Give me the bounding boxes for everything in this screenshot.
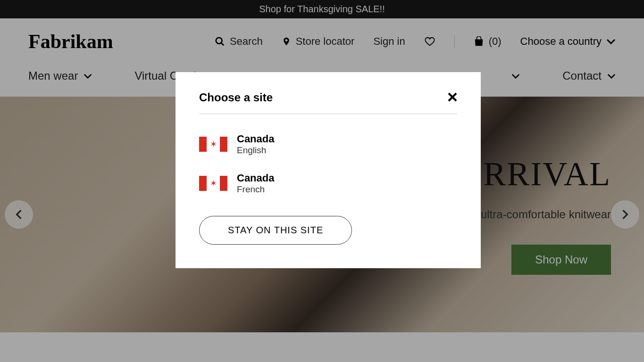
site-country: Canada xyxy=(237,133,274,145)
site-text: Canada English xyxy=(237,133,274,156)
modal-header: Choose a site xyxy=(199,91,457,114)
site-option-canada-french[interactable]: ✶ Canada French xyxy=(199,172,457,195)
site-text: Canada French xyxy=(237,172,274,195)
site-option-canada-english[interactable]: ✶ Canada English xyxy=(199,133,457,156)
canada-flag-icon: ✶ xyxy=(199,137,227,152)
close-button[interactable] xyxy=(448,91,457,104)
canada-flag-icon: ✶ xyxy=(199,176,227,191)
close-icon xyxy=(448,92,457,102)
site-picker-modal: Choose a site ✶ Canada English ✶ Canada … xyxy=(176,72,481,268)
site-country: Canada xyxy=(237,172,274,184)
modal-title: Choose a site xyxy=(199,91,273,104)
site-language: French xyxy=(237,184,274,195)
site-list: ✶ Canada English ✶ Canada French STAY ON… xyxy=(199,114,457,245)
stay-on-site-button[interactable]: STAY ON THIS SITE xyxy=(199,216,352,245)
site-language: English xyxy=(237,145,274,156)
